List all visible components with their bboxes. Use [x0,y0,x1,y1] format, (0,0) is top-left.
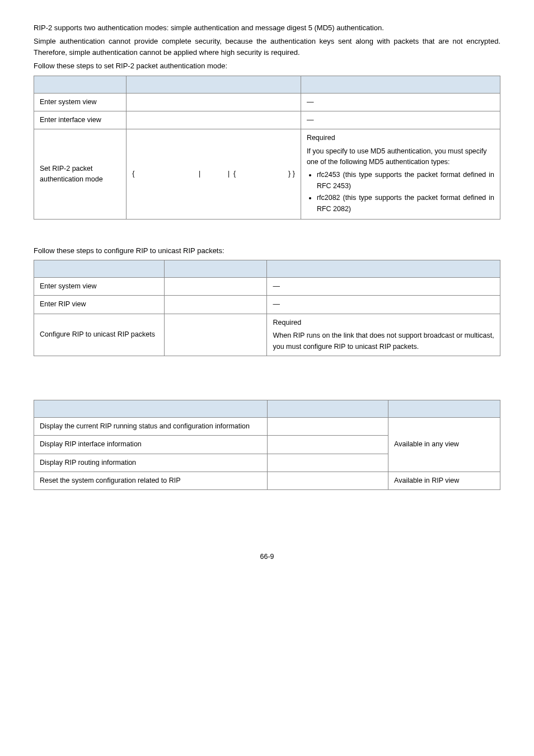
cell-subtext: When RIP runs on the link that does not … [273,330,494,352]
table-cell: Reset the system configuration related t… [34,472,268,490]
table-cell [165,314,267,356]
list-item: rfc2453 (this type supports the packet f… [317,170,494,192]
page-number: 66-9 [34,552,500,562]
table-cell [165,296,267,314]
paragraph: Follow these steps to configure RIP to u… [34,245,500,256]
table-row: Reset the system configuration related t… [34,472,500,490]
table-cell [267,472,388,490]
required-label: Required [273,318,494,328]
paragraph: RIP-2 supports two authentication modes:… [34,22,500,34]
table-row: Enter system view — [34,93,500,111]
table-header-row [34,76,500,93]
table-cell [127,93,301,111]
table-cell: Enter RIP view [34,296,165,314]
bullet-list: rfc2453 (this type supports the packet f… [307,170,494,214]
table-auth-mode: Enter system view — Enter interface view… [34,76,500,220]
cell-subtext: If you specify to use MD5 authentication… [307,146,494,168]
required-label: Required [307,133,494,143]
table-display: Display the current RIP running status a… [34,400,500,491]
table-cell: Available in RIP view [388,472,500,490]
table-row: Enter system view — [34,278,500,296]
table-cell: Required If you specify to use MD5 authe… [301,129,500,220]
table-cell [267,436,388,454]
table-cell [165,278,267,296]
table-cell: — [267,278,500,296]
table-header [388,400,500,417]
table-cell [267,417,388,435]
table-cell: — [301,93,500,111]
list-item: rfc2082 (this type supports the packet f… [317,193,494,214]
table-header [267,400,388,417]
table-row: Configure RIP to unicast RIP packets Req… [34,314,500,356]
table-unicast: Enter system view — Enter RIP view — Con… [34,260,500,356]
paragraph: Simple authentication cannot provide com… [34,36,500,58]
table-row: Set RIP-2 packet authentication mode { |… [34,129,500,220]
table-cell: Enter system view [34,93,127,111]
table-header [34,76,127,93]
table-cell: Enter system view [34,278,165,296]
paragraph: Follow these steps to set RIP-2 packet a… [34,60,500,72]
table-cell: Display the current RIP running status a… [34,417,268,435]
table-cell: Required When RIP runs on the link that … [267,314,500,356]
table-header [127,76,301,93]
table-cell: — [301,111,500,129]
table-cell: Display RIP routing information [34,454,268,472]
table-cell: Available in any view [388,417,500,472]
table-header-row [34,400,500,417]
table-cell [127,111,301,129]
table-cell [267,454,388,472]
table-header [34,400,268,417]
table-header [267,260,500,278]
table-cell: Set RIP-2 packet authentication mode [34,129,127,220]
table-cell: Display RIP interface information [34,436,268,454]
table-row: Enter interface view — [34,111,500,129]
table-row: Enter RIP view — [34,296,500,314]
table-cell: { | | { } } [127,129,301,220]
table-header [165,260,267,278]
table-header [301,76,500,93]
table-cell: Configure RIP to unicast RIP packets [34,314,165,356]
table-cell: Enter interface view [34,111,127,129]
table-header-row [34,260,500,278]
table-header [34,260,165,278]
table-cell: — [267,296,500,314]
table-row: Display the current RIP running status a… [34,417,500,435]
